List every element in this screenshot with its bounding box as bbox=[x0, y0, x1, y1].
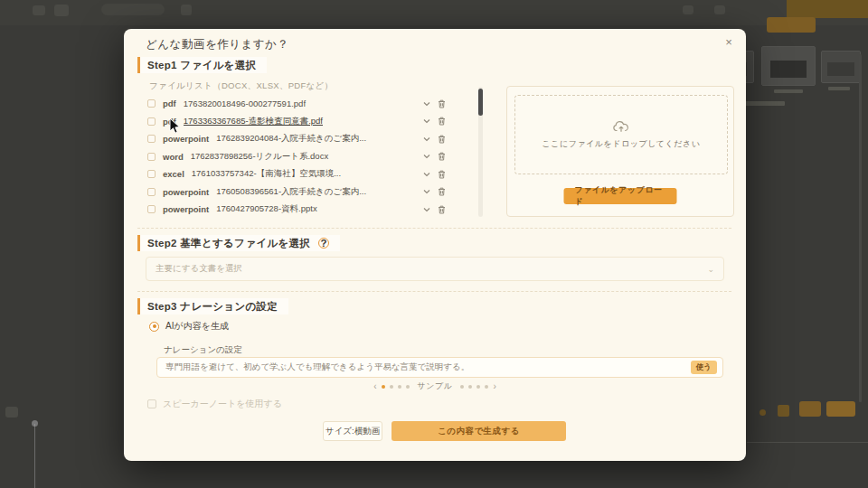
carousel-next-icon[interactable]: › bbox=[493, 382, 495, 391]
carousel-dot[interactable] bbox=[468, 385, 472, 389]
background-header-button bbox=[787, 0, 868, 18]
checkbox-icon[interactable] bbox=[147, 99, 156, 108]
dialog-title: どんな動画を作りますか？ bbox=[146, 37, 288, 52]
file-type-label: word bbox=[163, 152, 184, 162]
carousel-dot[interactable] bbox=[406, 385, 410, 389]
step3-header: Step3 ナレーションの設定 bbox=[137, 298, 288, 314]
narration-prompt-input[interactable]: 専門用語を避けて、初めて学ぶ人でも理解できるよう平易な言葉で説明する。 使う bbox=[156, 357, 723, 378]
file-row[interactable]: powerpoint 1760508396561-入院手続きのご案内... bbox=[147, 183, 446, 202]
file-list-scrollbar-thumb[interactable] bbox=[478, 89, 483, 116]
menu-icon bbox=[33, 5, 45, 15]
carousel-dot[interactable] bbox=[485, 385, 488, 389]
file-row[interactable]: word 1762837898256-リクルート系.docx bbox=[147, 148, 446, 166]
file-row[interactable]: excel 1761033757342-【南海社】空気環境... bbox=[147, 165, 446, 183]
background-timeline-button bbox=[826, 401, 855, 417]
file-row[interactable]: pdf 1763820018496-000277591.pdf bbox=[147, 95, 446, 113]
background-toolbar-icon bbox=[683, 5, 693, 14]
use-sample-button[interactable]: 使う bbox=[691, 361, 717, 374]
step3-label: Step3 ナレーションの設定 bbox=[147, 300, 278, 314]
checkbox-icon[interactable] bbox=[147, 117, 156, 126]
checkbox-icon[interactable] bbox=[147, 135, 156, 143]
checkbox-icon[interactable] bbox=[147, 153, 156, 161]
chevron-down-icon[interactable] bbox=[423, 207, 430, 212]
sample-carousel: ‹ サンプル › bbox=[124, 380, 746, 392]
step2-header: Step2 基準とするファイルを選択 ? bbox=[137, 235, 340, 251]
carousel-dot[interactable] bbox=[460, 385, 464, 389]
trash-icon[interactable] bbox=[438, 152, 446, 161]
generate-video-button[interactable]: この内容で生成する bbox=[392, 421, 566, 441]
video-size-button[interactable]: サイズ:横動画 bbox=[323, 421, 382, 441]
background-timeline-icon bbox=[5, 407, 18, 418]
chevron-down-icon[interactable] bbox=[423, 172, 430, 177]
cloud-upload-icon bbox=[613, 120, 629, 133]
trash-icon[interactable] bbox=[438, 117, 446, 126]
file-row[interactable]: powerpoint 1762839204084-入院手続きのご案内... bbox=[147, 130, 446, 148]
ai-generate-radio-row[interactable]: AIが内容を生成 bbox=[149, 320, 229, 333]
checkbox-icon[interactable] bbox=[147, 205, 156, 213]
trash-icon[interactable] bbox=[438, 99, 446, 108]
file-name[interactable]: 1763820018496-000277591.pdf bbox=[184, 99, 416, 108]
narration-prompt-text: 専門用語を避けて、初めて学ぶ人でも理解できるよう平易な言葉で説明する。 bbox=[165, 361, 691, 373]
file-dropzone[interactable]: ここにファイルをドロップしてください bbox=[514, 95, 728, 174]
radio-selected-icon[interactable] bbox=[149, 322, 159, 332]
file-type-label: pdf bbox=[163, 99, 176, 108]
trash-icon[interactable] bbox=[438, 205, 446, 214]
trash-icon[interactable] bbox=[438, 187, 446, 196]
app-root: × どんな動画を作りますか？ Step1 ファイルを選択 ファイルリスト（DOC… bbox=[0, 0, 868, 488]
carousel-dot-active[interactable] bbox=[382, 385, 385, 389]
chevron-down-icon: ⌄ bbox=[707, 265, 714, 274]
file-name[interactable]: 1762837898256-リクルート系.docx bbox=[191, 151, 416, 163]
carousel-dot[interactable] bbox=[476, 385, 480, 389]
checkbox-icon[interactable] bbox=[147, 170, 156, 178]
file-name[interactable]: 1760427905728-資料.pptx bbox=[216, 203, 416, 215]
timeline-playhead-line bbox=[34, 424, 35, 488]
upload-file-button[interactable]: ファイルをアップロード bbox=[564, 188, 677, 204]
carousel-dot[interactable] bbox=[390, 385, 393, 389]
trash-icon[interactable] bbox=[438, 170, 446, 179]
file-list-scrollbar[interactable] bbox=[478, 87, 483, 217]
file-name[interactable]: 1760508396561-入院手続きのご案内... bbox=[216, 186, 416, 198]
chevron-down-icon[interactable] bbox=[423, 154, 430, 159]
undo-icon bbox=[54, 5, 69, 16]
close-icon[interactable]: × bbox=[721, 33, 737, 50]
background-slide-thumbnail bbox=[821, 51, 861, 83]
file-name[interactable]: 1763363367685-造影検査同意書.pdf bbox=[184, 116, 416, 127]
background-thumbnail-caption bbox=[828, 87, 850, 90]
background-timeline-button bbox=[799, 401, 821, 417]
chevron-down-icon[interactable] bbox=[423, 118, 430, 124]
checkbox-icon[interactable] bbox=[147, 188, 156, 196]
background-timeline-control bbox=[778, 405, 789, 417]
background-status-pill bbox=[101, 4, 165, 15]
background-toolbar-icon bbox=[714, 5, 725, 14]
speaker-note-checkbox-row[interactable]: スピーカーノートを使用する bbox=[147, 398, 282, 410]
speaker-note-label: スピーカーノートを使用する bbox=[163, 398, 282, 410]
file-list: pdf 1763820018496-000277591.pdf pdf 1763… bbox=[147, 95, 446, 219]
trash-icon[interactable] bbox=[438, 135, 446, 144]
use-sample-button-label: 使う bbox=[696, 362, 712, 373]
dropzone-text: ここにファイルをドロップしてください bbox=[542, 138, 701, 150]
file-list-label: ファイルリスト（DOCX、XLSX、PDFなど） bbox=[149, 80, 333, 92]
step1-label: Step1 ファイルを選択 bbox=[147, 59, 256, 72]
carousel-dot[interactable] bbox=[398, 385, 401, 389]
background-divider bbox=[747, 442, 868, 443]
step2-label: Step2 基準とするファイルを選択 bbox=[147, 237, 310, 250]
file-type-label: powerpoint bbox=[163, 187, 209, 197]
file-row[interactable]: powerpoint 1760427905728-資料.pptx bbox=[147, 201, 446, 219]
file-name[interactable]: 1761033757342-【南海社】空気環境... bbox=[192, 168, 416, 180]
chevron-down-icon[interactable] bbox=[423, 101, 430, 107]
ai-generate-radio-label: AIが内容を生成 bbox=[165, 320, 229, 333]
create-video-dialog: × どんな動画を作りますか？ Step1 ファイルを選択 ファイルリスト（DOC… bbox=[124, 29, 746, 461]
file-row[interactable]: pdf 1763363367685-造影検査同意書.pdf bbox=[147, 113, 446, 131]
checkbox-icon[interactable] bbox=[147, 399, 156, 408]
help-icon[interactable]: ? bbox=[318, 238, 329, 249]
chevron-down-icon[interactable] bbox=[423, 136, 430, 142]
chevron-down-icon[interactable] bbox=[423, 189, 430, 194]
background-thumbnail-caption bbox=[774, 89, 803, 93]
background-scrollbar bbox=[859, 54, 862, 402]
file-name[interactable]: 1762839204084-入院手続きのご案内... bbox=[216, 133, 416, 145]
carousel-prev-icon[interactable]: ‹ bbox=[373, 382, 376, 391]
file-type-label: powerpoint bbox=[163, 134, 209, 144]
section-divider bbox=[137, 228, 731, 229]
base-file-select[interactable]: 主要にする文書を選択 ⌄ bbox=[146, 257, 724, 281]
base-file-select-placeholder: 主要にする文書を選択 bbox=[156, 263, 707, 275]
